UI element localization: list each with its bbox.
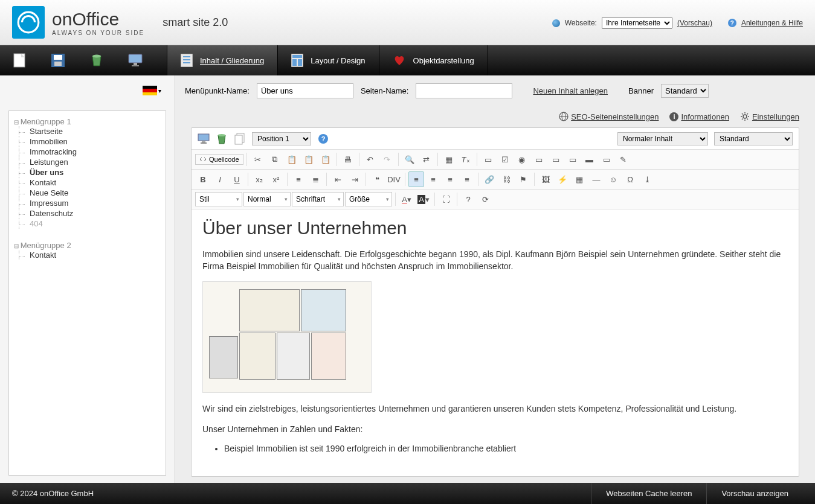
- trash-small-button[interactable]: [216, 133, 228, 145]
- indent-button[interactable]: ⇥: [347, 171, 362, 187]
- anchor-button[interactable]: ⚑: [515, 171, 531, 187]
- paste-word-button[interactable]: 📋: [318, 152, 333, 167]
- print-button[interactable]: 🖶: [340, 152, 356, 167]
- textfield-button[interactable]: ▭: [531, 152, 547, 167]
- position-select[interactable]: Position 1: [252, 132, 311, 145]
- smiley-button[interactable]: ☺: [605, 171, 621, 187]
- monitor-button[interactable]: [116, 45, 155, 75]
- nav-layout[interactable]: Layout / Design: [278, 45, 378, 75]
- form-button[interactable]: ▭: [480, 152, 496, 167]
- language-selector[interactable]: ▾: [0, 75, 175, 106]
- outdent-button[interactable]: ⇤: [330, 171, 346, 187]
- tree-item[interactable]: 404: [14, 219, 161, 229]
- style-select[interactable]: Stil: [195, 192, 242, 206]
- link-button[interactable]: 🔗: [482, 171, 497, 187]
- about-button[interactable]: ?: [460, 191, 476, 207]
- hr-button[interactable]: —: [588, 171, 604, 187]
- size-select[interactable]: Größe: [345, 192, 392, 206]
- tree-item[interactable]: Kontakt: [14, 177, 161, 188]
- textarea-button[interactable]: ▭: [548, 152, 564, 167]
- blockquote-button[interactable]: ❝: [369, 171, 385, 187]
- select-button[interactable]: ▭: [565, 152, 581, 167]
- bold-button[interactable]: B: [195, 171, 211, 187]
- flash-button[interactable]: ⚡: [555, 171, 570, 187]
- align-right-button[interactable]: ≡: [442, 171, 458, 187]
- refresh-button[interactable]: ⟳: [477, 191, 493, 207]
- tree-item[interactable]: Datenschutz: [14, 208, 161, 219]
- app-header: onOffice ALWAYS ON YOUR SIDE smart site …: [0, 0, 815, 45]
- new-content-link[interactable]: Neuen Inhalt anlegen: [533, 86, 608, 95]
- cut-button[interactable]: ✂: [250, 152, 266, 167]
- preview-button[interactable]: Vorschau anzeigen: [706, 483, 803, 504]
- tree-item[interactable]: Impressum: [14, 198, 161, 208]
- checkbox-button[interactable]: ☑: [497, 152, 513, 167]
- numberlist-button[interactable]: ≡: [291, 171, 306, 187]
- tree-item[interactable]: Neue Seite: [14, 188, 161, 198]
- save-button[interactable]: [39, 45, 77, 75]
- help-link[interactable]: Anleitungen & Hilfe: [741, 19, 803, 27]
- button-button[interactable]: ▬: [582, 152, 598, 167]
- new-page-button[interactable]: [0, 45, 39, 75]
- italic-button[interactable]: I: [212, 171, 228, 187]
- bgcolor-button[interactable]: A▾: [416, 191, 431, 207]
- align-left-button[interactable]: ≡: [408, 171, 424, 187]
- template-select[interactable]: Standard: [714, 132, 793, 145]
- tree-group-2[interactable]: Menügruppe 2: [14, 241, 161, 250]
- removeformat-button[interactable]: Tₓ: [458, 152, 474, 167]
- radio-button[interactable]: ◉: [514, 152, 530, 167]
- hiddenfield-button[interactable]: ✎: [616, 152, 631, 167]
- paste-button[interactable]: 📋: [284, 152, 300, 167]
- copy-button[interactable]: ⧉: [267, 152, 283, 167]
- tree-item[interactable]: Über uns: [14, 167, 161, 177]
- trash-button[interactable]: [77, 45, 116, 75]
- format-select[interactable]: Normal: [243, 192, 291, 206]
- menu-name-input[interactable]: [257, 83, 353, 98]
- align-justify-button[interactable]: ≡: [459, 171, 475, 187]
- paste-text-button[interactable]: 📋: [301, 152, 317, 167]
- tree-item[interactable]: Leistungen: [14, 157, 161, 167]
- editor-content[interactable]: Über unser Unternehmen Immobilien sind u…: [192, 209, 799, 476]
- banner-select[interactable]: Standard: [661, 84, 709, 98]
- svg-point-20: [743, 115, 747, 118]
- tree-item[interactable]: Kontakt: [14, 250, 161, 260]
- seo-settings-link[interactable]: SEO-Seiteneinstellungen: [571, 112, 659, 121]
- clear-cache-button[interactable]: Webseiten Cache leeren: [591, 483, 706, 504]
- font-select[interactable]: Schriftart: [292, 192, 344, 206]
- editor: Position 1 ? Normaler Inhalt Standard Qu…: [191, 127, 799, 477]
- pagebreak-button[interactable]: ⤓: [639, 171, 655, 187]
- tree-item[interactable]: Immotracking: [14, 147, 161, 157]
- textcolor-button[interactable]: A▾: [399, 191, 414, 207]
- tree-group-1[interactable]: Menügruppe 1: [14, 117, 161, 126]
- table-button[interactable]: ▦: [572, 171, 587, 187]
- underline-button[interactable]: U: [229, 171, 245, 187]
- page-name-input[interactable]: [416, 83, 512, 98]
- undo-button[interactable]: ↶: [362, 152, 378, 167]
- info-link[interactable]: Informationen: [681, 112, 729, 121]
- nav-content[interactable]: Inhalt / Gliederung: [167, 45, 277, 75]
- superscript-button[interactable]: x²: [268, 171, 284, 187]
- tree-item[interactable]: Startseite: [14, 126, 161, 136]
- maximize-button[interactable]: ⛶: [438, 191, 454, 207]
- specialchar-button[interactable]: Ω: [622, 171, 638, 187]
- subscript-button[interactable]: x₂: [251, 171, 267, 187]
- imagebutton-button[interactable]: ▭: [599, 152, 614, 167]
- settings-link[interactable]: Einstellungen: [752, 112, 799, 121]
- source-button[interactable]: Quellcode: [195, 154, 243, 165]
- replace-button[interactable]: ⇄: [419, 152, 434, 167]
- align-center-button[interactable]: ≡: [425, 171, 441, 187]
- content-type-select[interactable]: Normaler Inhalt: [617, 132, 708, 145]
- website-select[interactable]: Ihre Internetseite: [602, 17, 672, 29]
- image-button[interactable]: 🖼: [538, 171, 553, 187]
- tree-item[interactable]: Immobilien: [14, 136, 161, 147]
- div-button[interactable]: DIV: [386, 171, 402, 187]
- find-button[interactable]: 🔍: [402, 152, 417, 167]
- redo-button[interactable]: ↷: [379, 152, 395, 167]
- copy-pages-button[interactable]: [234, 133, 246, 145]
- monitor-small-button[interactable]: [198, 133, 210, 145]
- help-small-button[interactable]: ?: [317, 133, 329, 145]
- preview-link[interactable]: (Vorschau): [677, 19, 712, 27]
- bulletlist-button[interactable]: ≣: [308, 171, 323, 187]
- selectall-button[interactable]: ▦: [441, 152, 457, 167]
- nav-objects[interactable]: Objektdarstellung: [379, 45, 488, 75]
- unlink-button[interactable]: ⛓: [498, 171, 514, 187]
